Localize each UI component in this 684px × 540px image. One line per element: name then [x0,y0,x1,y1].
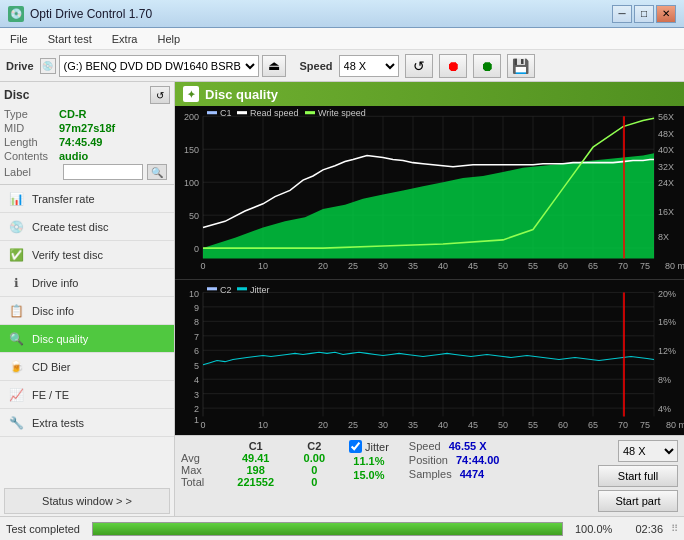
progress-bar-container [92,522,563,536]
total-c2: 0 [288,476,341,488]
minimize-button[interactable]: ─ [612,5,632,23]
svg-text:45: 45 [468,261,478,271]
menu-file[interactable]: File [4,31,34,47]
fe-te-icon: 📈 [8,387,24,403]
svg-text:50: 50 [498,420,508,430]
svg-text:100: 100 [184,178,199,188]
nav-disc-quality[interactable]: 🔍 Disc quality [0,325,174,353]
close-button[interactable]: ✕ [656,5,676,23]
svg-text:10: 10 [258,420,268,430]
svg-text:40: 40 [438,420,448,430]
svg-text:50: 50 [189,211,199,221]
disc-quality-icon: 🔍 [8,331,24,347]
refresh-button[interactable]: ↺ [405,54,433,78]
disc-type-value: CD-R [59,108,87,120]
drive-eject-button[interactable]: ⏏ [262,55,286,77]
table-row: Total 221552 0 [181,476,341,488]
start-speed-select[interactable]: 48 X [618,440,678,462]
svg-text:C2: C2 [220,285,231,295]
nav-disc-info[interactable]: 📋 Disc info [0,297,174,325]
nav-transfer-rate[interactable]: 📊 Transfer rate [0,185,174,213]
nav-cd-bier[interactable]: 🍺 CD Bier [0,353,174,381]
svg-text:55: 55 [528,261,538,271]
nav-verify-test-disc[interactable]: ✅ Verify test disc [0,241,174,269]
disc-label-label: Label [4,166,59,178]
disc-label-input[interactable] [63,164,143,180]
save-button[interactable]: 💾 [507,54,535,78]
svg-text:48X: 48X [658,129,674,139]
left-panel: Disc ↺ Type CD-R MID 97m27s18f Length 74… [0,82,175,516]
disc-refresh-button[interactable]: ↺ [150,86,170,104]
disc-info-icon: 📋 [8,303,24,319]
right-panel: ✦ Disc quality [175,82,684,516]
svg-text:70: 70 [618,420,628,430]
svg-text:75: 75 [640,420,650,430]
nav-drive-info[interactable]: ℹ Drive info [0,269,174,297]
jitter-checkbox[interactable] [349,440,362,453]
start-part-button[interactable]: Start part [598,490,678,512]
start-buttons-section: 48 X Start full Start part [598,440,678,512]
svg-text:20%: 20% [658,288,676,298]
speed-select[interactable]: 48 X [339,55,399,77]
total-c1: 221552 [224,476,288,488]
drive-select[interactable]: (G:) BENQ DVD DD DW1640 BSRB [59,55,259,77]
menu-start-test[interactable]: Start test [42,31,98,47]
disc-length-value: 74:45.49 [59,136,102,148]
svg-text:80 min: 80 min [666,420,684,430]
svg-text:65: 65 [588,261,598,271]
svg-text:56X: 56X [658,112,674,122]
verify-test-disc-icon: ✅ [8,247,24,263]
speed-position-section: Speed 46.55 X Position 74:44.00 Samples … [393,440,594,480]
svg-text:Read speed: Read speed [250,108,298,118]
nav-disc-info-label: Disc info [32,305,74,317]
disc-mid-value: 97m27s18f [59,122,115,134]
svg-text:0: 0 [194,244,199,254]
start-full-button[interactable]: Start full [598,465,678,487]
svg-text:24X: 24X [658,178,674,188]
extra-tests-icon: 🔧 [8,415,24,431]
nav-create-test-disc-label: Create test disc [32,221,108,233]
nav-menu: 📊 Transfer rate 💿 Create test disc ✅ Ver… [0,185,174,486]
avg-c2: 0.00 [288,452,341,464]
svg-text:60: 60 [558,261,568,271]
cd-bier-icon: 🍺 [8,359,24,375]
svg-text:30: 30 [378,261,388,271]
progress-percent: 100.0% [575,523,615,535]
disc-label-search-button[interactable]: 🔍 [147,164,167,180]
max-c2: 0 [288,464,341,476]
status-text: Test completed [6,523,80,535]
stats-table: C1 C2 Avg 49.41 0.00 Max 198 0 Total 221… [181,440,341,488]
maximize-button[interactable]: □ [634,5,654,23]
status-time: 02:36 [623,523,663,535]
svg-text:30: 30 [378,420,388,430]
transfer-rate-icon: 📊 [8,191,24,207]
disc-contents-label: Contents [4,150,59,162]
max-c1: 198 [224,464,288,476]
app-title: Opti Drive Control 1.70 [30,7,152,21]
menu-extra[interactable]: Extra [106,31,144,47]
chart-bottom: 10 9 8 7 6 5 4 3 2 1 20% 16% 12% 8% 4% [175,280,684,435]
svg-text:25: 25 [348,420,358,430]
svg-text:20: 20 [318,261,328,271]
svg-text:7: 7 [194,332,199,342]
svg-text:35: 35 [408,261,418,271]
svg-text:150: 150 [184,145,199,155]
nav-extra-tests[interactable]: 🔧 Extra tests [0,409,174,437]
menu-help[interactable]: Help [151,31,186,47]
svg-rect-49 [207,111,217,114]
nav-create-test-disc[interactable]: 💿 Create test disc [0,213,174,241]
svg-text:C1: C1 [220,108,231,118]
svg-text:12%: 12% [658,346,676,356]
svg-text:55: 55 [528,420,538,430]
svg-text:8X: 8X [658,232,669,242]
svg-text:70: 70 [618,261,628,271]
red-button[interactable]: ⏺ [439,54,467,78]
col-c1: C1 [224,440,288,452]
nav-fe-te[interactable]: 📈 FE / TE [0,381,174,409]
app-icon: 💿 [8,6,24,22]
jitter-avg: 11.1% [349,455,389,467]
samples-value: 4474 [460,468,484,480]
nav-transfer-rate-label: Transfer rate [32,193,95,205]
green-button[interactable]: ⏺ [473,54,501,78]
status-window-button[interactable]: Status window > > [4,488,170,514]
